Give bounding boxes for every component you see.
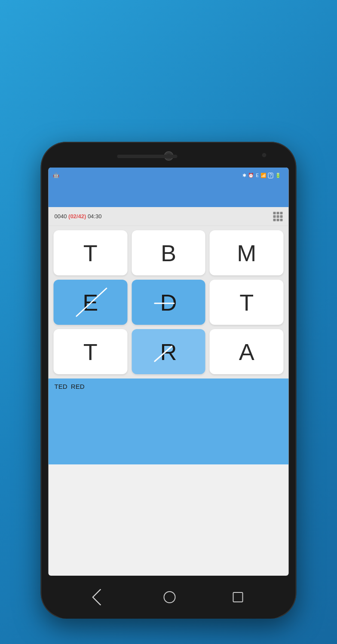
nav-home-button[interactable] xyxy=(163,591,175,603)
cell-4[interactable]: D xyxy=(132,280,205,325)
cell-7[interactable]: R xyxy=(132,329,205,374)
grid-container: T B M E D T T xyxy=(49,226,289,378)
status-right: ✱ ⏰ E 📶 ? 🔋 xyxy=(242,173,284,178)
words-found-text: TED RED xyxy=(55,383,85,390)
phone-dot xyxy=(262,153,267,157)
svg-line-0 xyxy=(77,288,107,316)
new-button[interactable] xyxy=(265,192,273,198)
words-area: TED RED xyxy=(49,378,289,464)
phone-screen: 🤖 ✱ ⏰ E 📶 ? 🔋 0040 (02/4 xyxy=(49,168,289,576)
phone-nav xyxy=(49,576,289,619)
status-left: 🤖 xyxy=(53,172,59,178)
cell-8[interactable]: A xyxy=(210,329,284,374)
cell-6[interactable]: T xyxy=(54,329,128,374)
alarm-icon: ⏰ xyxy=(248,173,254,178)
app-bar-actions xyxy=(254,192,284,198)
bluetooth-icon: ✱ xyxy=(242,173,246,178)
cell-5[interactable]: T xyxy=(210,280,284,325)
app-bar xyxy=(49,183,289,207)
cell-0[interactable]: T xyxy=(54,230,128,275)
cell-1[interactable]: B xyxy=(132,230,205,275)
timer-value: 04:30 xyxy=(88,213,102,220)
nav-recent-button[interactable] xyxy=(233,592,243,602)
puzzle-id: 0040 xyxy=(55,213,67,220)
cell-3[interactable]: E xyxy=(54,280,128,325)
cell-2[interactable]: M xyxy=(210,230,284,275)
svg-line-2 xyxy=(154,346,172,361)
phone-speaker xyxy=(117,155,177,158)
signal-bars-icon: 📶 xyxy=(260,173,267,178)
grid-settings-icon[interactable] xyxy=(273,212,283,221)
nav-back-button[interactable] xyxy=(92,589,109,606)
android-notification-icon: 🤖 xyxy=(53,172,59,178)
puzzle-counter: (02/42) xyxy=(68,213,86,220)
toolbar: 0040 (02/42) 04:30 xyxy=(49,207,289,226)
lock-icon: ? xyxy=(268,173,273,178)
phone-frame: 🤖 ✱ ⏰ E 📶 ? 🔋 0040 (02/4 xyxy=(41,142,297,619)
toolbar-info: 0040 (02/42) 04:30 xyxy=(55,213,102,220)
done-button[interactable] xyxy=(254,192,263,198)
result-button[interactable] xyxy=(275,192,284,198)
header-text xyxy=(0,0,337,21)
signal-text: E xyxy=(256,173,259,178)
letter-grid: T B M E D T T xyxy=(49,226,289,378)
status-bar: 🤖 ✱ ⏰ E 📶 ? 🔋 xyxy=(49,168,289,183)
battery-icon: 🔋 xyxy=(275,173,281,178)
